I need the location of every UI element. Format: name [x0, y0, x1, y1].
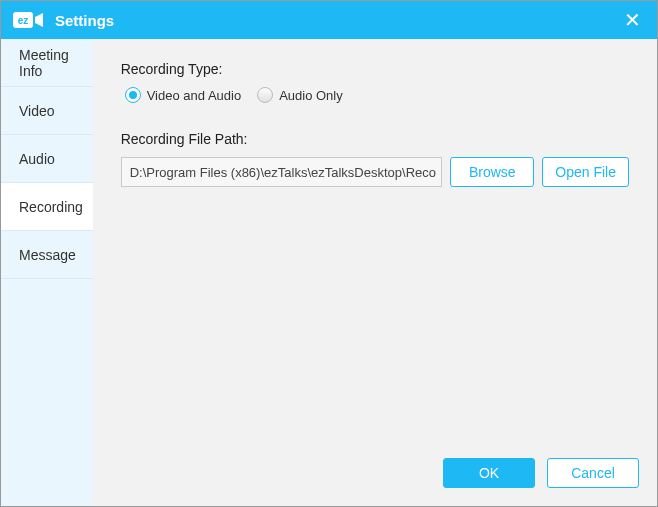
dialog-footer: OK Cancel [93, 444, 657, 506]
sidebar-item-label: Meeting Info [19, 47, 93, 79]
settings-window: ez Settings ✕ Meeting Info Video Audio R… [0, 0, 658, 507]
open-file-button[interactable]: Open File [542, 157, 629, 187]
browse-button[interactable]: Browse [450, 157, 534, 187]
sidebar-item-label: Audio [19, 151, 55, 167]
window-title: Settings [55, 12, 114, 29]
main-panel: Recording Type: Video and Audio Audio On… [93, 39, 657, 506]
button-label: Browse [469, 164, 516, 180]
sidebar-item-label: Message [19, 247, 76, 263]
app-logo: ez [13, 10, 47, 30]
file-path-label: Recording File Path: [121, 131, 629, 147]
radio-audio-only[interactable]: Audio Only [257, 87, 343, 103]
radio-label: Video and Audio [147, 88, 241, 103]
titlebar: ez Settings ✕ [1, 1, 657, 39]
sidebar-item-audio[interactable]: Audio [1, 135, 93, 183]
close-button[interactable]: ✕ [620, 8, 645, 32]
sidebar: Meeting Info Video Audio Recording Messa… [1, 39, 93, 506]
sidebar-item-recording[interactable]: Recording [1, 183, 93, 231]
sidebar-item-video[interactable]: Video [1, 87, 93, 135]
radio-video-and-audio[interactable]: Video and Audio [125, 87, 241, 103]
button-label: Cancel [571, 465, 615, 481]
file-path-value: D:\Program Files (x86)\ezTalks\ezTalksDe… [130, 165, 436, 180]
ok-button[interactable]: OK [443, 458, 535, 488]
radio-circle-icon [257, 87, 273, 103]
sidebar-item-message[interactable]: Message [1, 231, 93, 279]
eztalks-icon: ez [13, 10, 47, 30]
radio-circle-icon [125, 87, 141, 103]
recording-type-radios: Video and Audio Audio Only [125, 87, 629, 103]
radio-label: Audio Only [279, 88, 343, 103]
svg-text:ez: ez [18, 15, 29, 26]
cancel-button[interactable]: Cancel [547, 458, 639, 488]
recording-settings: Recording Type: Video and Audio Audio On… [93, 39, 657, 444]
button-label: Open File [555, 164, 616, 180]
button-label: OK [479, 465, 499, 481]
file-path-input[interactable]: D:\Program Files (x86)\ezTalks\ezTalksDe… [121, 157, 443, 187]
sidebar-item-label: Video [19, 103, 55, 119]
recording-type-label: Recording Type: [121, 61, 629, 77]
sidebar-item-meeting-info[interactable]: Meeting Info [1, 39, 93, 87]
sidebar-item-label: Recording [19, 199, 83, 215]
file-path-row: D:\Program Files (x86)\ezTalks\ezTalksDe… [121, 157, 629, 187]
